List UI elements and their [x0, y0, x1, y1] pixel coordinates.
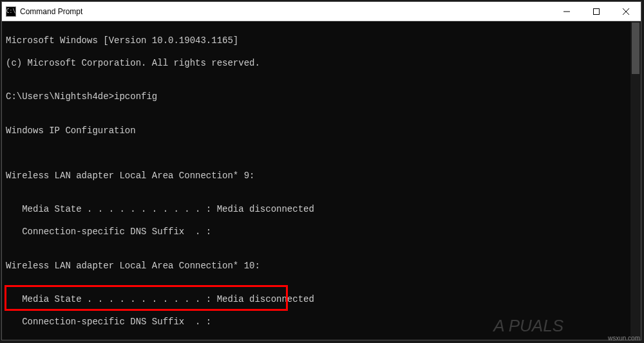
- terminal-output[interactable]: Microsoft Windows [Version 10.0.19043.11…: [2, 21, 641, 340]
- window-title: Command Prompt: [20, 7, 82, 16]
- adapter-heading: Wireless LAN adapter Local Area Connecti…: [6, 261, 637, 272]
- copyright-line: (c) Microsoft Corporation. All rights re…: [6, 58, 637, 70]
- titlebar-left: C:\ Command Prompt: [2, 6, 82, 17]
- command-prompt-window: C:\ Command Prompt Microsoft Windows [Ve…: [1, 1, 641, 340]
- close-button[interactable]: [611, 2, 641, 21]
- maximize-button[interactable]: [582, 2, 611, 21]
- version-line: Microsoft Windows [Version 10.0.19043.11…: [6, 35, 637, 47]
- minimize-button[interactable]: [552, 2, 582, 21]
- window-controls: [552, 2, 641, 21]
- prompt-line: C:\Users\Nightsh4de>ipconfig: [6, 91, 637, 103]
- media-state: Media State . . . . . . . . . . . : Medi…: [6, 294, 637, 306]
- cmd-icon: C:\: [6, 6, 16, 17]
- adapter-heading: Wireless LAN adapter Local Area Connecti…: [6, 171, 637, 182]
- titlebar[interactable]: C:\ Command Prompt: [2, 2, 641, 21]
- media-state: Media State . . . . . . . . . . . : Medi…: [6, 204, 637, 216]
- scrollbar[interactable]: [630, 21, 641, 340]
- watermark: A PUALS: [493, 316, 564, 336]
- ipconfig-title: Windows IP Configuration: [6, 125, 637, 137]
- dns-suffix: Connection-specific DNS Suffix . :: [6, 227, 637, 238]
- scrollbar-thumb[interactable]: [632, 23, 639, 74]
- source-footer: wsxun.com: [608, 335, 640, 342]
- svg-rect-1: [594, 8, 600, 14]
